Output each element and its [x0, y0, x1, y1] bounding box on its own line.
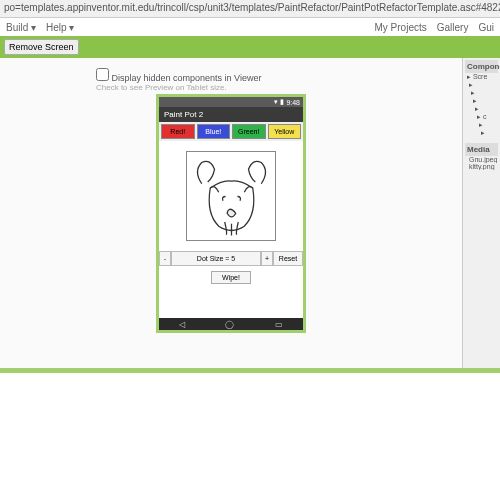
components-panel: Components ▸ Scre▸ ▸ ▸ ▸ ▸ c▸ ▸ Media Gn… — [462, 58, 500, 368]
dot-size-label: Dot Size = 5 — [171, 251, 261, 266]
home-icon[interactable]: ◯ — [225, 320, 234, 329]
viewer-panel: Display hidden components in Viewer Chec… — [0, 58, 462, 368]
status-bar: ▾ ▮ 9:48 — [159, 97, 303, 107]
components-header: Components — [465, 60, 498, 73]
tree-item[interactable]: ▸ Scre — [465, 73, 498, 81]
top-nav: Build ▾ Help ▾ My Projects Gallery Gui — [0, 18, 500, 36]
gnu-image — [189, 154, 274, 239]
url-bar[interactable]: po=templates.appinventor.mit.edu/trincol… — [0, 0, 500, 18]
tree-item[interactable]: ▸ c — [465, 113, 498, 121]
wifi-icon: ▾ — [274, 98, 278, 106]
app-title-bar: Paint Pot 2 — [159, 107, 303, 122]
reset-button[interactable]: Reset — [273, 251, 303, 266]
size-row: - Dot Size = 5 + Reset — [159, 251, 303, 266]
recent-icon[interactable]: ▭ — [275, 320, 283, 329]
back-icon[interactable]: ◁ — [179, 320, 185, 329]
battery-icon: ▮ — [280, 98, 284, 106]
media-item[interactable]: kitty.png — [465, 163, 498, 170]
tree-item[interactable]: ▸ — [465, 97, 498, 105]
android-navbar: ◁ ◯ ▭ — [159, 318, 303, 330]
hidden-components-label: Display hidden components in Viewer — [112, 73, 262, 83]
tree-item[interactable]: ▸ — [465, 89, 498, 97]
phone-preview: ▾ ▮ 9:48 Paint Pot 2 Red!Blue!Green!Yell… — [156, 94, 306, 333]
menu-build[interactable]: Build ▾ — [6, 22, 36, 33]
canvas-image-frame — [186, 151, 276, 241]
media-item[interactable]: Gnu.jpeg — [465, 156, 498, 163]
plus-button[interactable]: + — [261, 251, 273, 266]
link-guide[interactable]: Gui — [478, 22, 494, 33]
tree-item[interactable]: ▸ — [465, 81, 498, 89]
color-button-red[interactable]: Red! — [161, 124, 195, 139]
hidden-components-checkbox[interactable] — [96, 68, 109, 81]
link-my-projects[interactable]: My Projects — [375, 22, 427, 33]
minus-button[interactable]: - — [159, 251, 171, 266]
tree-item[interactable]: ▸ — [465, 121, 498, 129]
link-gallery[interactable]: Gallery — [437, 22, 469, 33]
wipe-button[interactable]: Wipe! — [211, 271, 251, 284]
remove-screen-button[interactable]: Remove Screen — [4, 39, 79, 55]
menu-help[interactable]: Help ▾ — [46, 22, 74, 33]
color-button-green[interactable]: Green! — [232, 124, 266, 139]
tree-item[interactable]: ▸ — [465, 129, 498, 137]
color-row: Red!Blue!Green!Yellow — [159, 122, 303, 141]
action-bar: Remove Screen — [0, 36, 500, 58]
color-button-yellow[interactable]: Yellow — [268, 124, 302, 139]
tree-item[interactable]: ▸ — [465, 105, 498, 113]
color-button-blue[interactable]: Blue! — [197, 124, 231, 139]
canvas[interactable] — [159, 141, 303, 251]
clock-label: 9:48 — [286, 99, 300, 106]
tablet-preview-label: Check to see Preview on Tablet size. — [96, 83, 366, 92]
media-header: Media — [465, 143, 498, 156]
